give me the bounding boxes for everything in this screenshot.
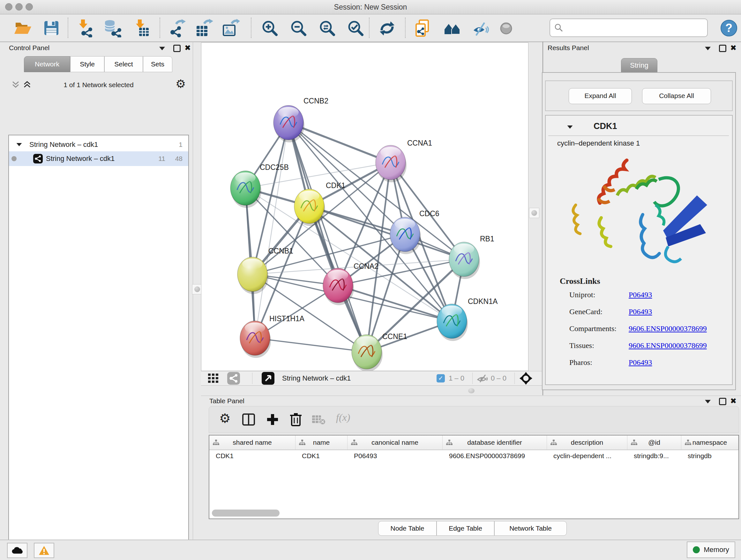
tab-node-table[interactable]: Node Table <box>378 521 436 536</box>
warnings-button[interactable] <box>34 543 54 558</box>
search-input[interactable] <box>565 23 707 32</box>
collapse-all-button[interactable]: Collapse All <box>642 88 711 104</box>
node-CCNA1[interactable]: CCNA1 <box>376 139 432 182</box>
table-cell[interactable]: cyclin-dependent ... <box>547 449 627 462</box>
export-table-icon[interactable] <box>195 19 213 37</box>
tab-string[interactable]: String <box>621 58 657 73</box>
memory-button[interactable]: Memory <box>687 542 735 558</box>
delete-column-icon[interactable] <box>289 412 302 427</box>
close-panel-icon[interactable]: ✖ <box>730 397 737 405</box>
show-columns-icon[interactable] <box>242 414 255 426</box>
export-network-icon[interactable] <box>168 19 186 37</box>
column-header-database-identifier[interactable]: database identifier <box>443 435 547 449</box>
import-network-from-file-icon[interactable] <box>77 19 95 37</box>
help-icon[interactable]: ? <box>720 19 738 38</box>
table-cell[interactable]: P06493 <box>347 449 443 462</box>
grid-view-icon[interactable] <box>208 374 219 383</box>
network-row-selected[interactable]: String Network – cdk1 11 48 <box>9 151 188 166</box>
show-all-icon[interactable] <box>497 19 516 37</box>
collection-expander-icon[interactable] <box>17 143 22 146</box>
first-neighbors-icon[interactable] <box>443 19 461 37</box>
maximize-panel-icon[interactable] <box>719 398 726 405</box>
node-CCNB1[interactable]: CCNB1 <box>238 247 293 294</box>
close-panel-icon[interactable]: ✖ <box>185 44 191 52</box>
maximize-panel-icon[interactable] <box>719 45 726 52</box>
save-session-icon[interactable] <box>42 19 61 37</box>
column-type-icon <box>446 439 453 446</box>
node-label-CDC6: CDC6 <box>419 209 440 218</box>
hide-selected-icon[interactable] <box>470 19 489 37</box>
export-image-icon[interactable] <box>221 19 240 37</box>
separator <box>252 373 253 384</box>
right-splitter-handle[interactable] <box>529 208 539 218</box>
crosslink-link[interactable]: 9606.ENSP00000378699 <box>629 324 707 333</box>
network-edge-count: 48 <box>175 155 183 163</box>
zoom-in-icon[interactable] <box>260 19 279 37</box>
node-CCNE1[interactable]: CCNE1 <box>352 332 407 371</box>
column-header-name[interactable]: name <box>295 435 347 449</box>
network-options-gear-icon[interactable]: ⚙ <box>176 77 186 90</box>
column-type-icon <box>550 439 557 446</box>
create-column-icon[interactable] <box>266 413 279 426</box>
search-bar[interactable] <box>549 18 708 37</box>
search-icon <box>554 23 563 33</box>
crosslink-link[interactable]: 9606.ENSP00000378699 <box>629 341 707 350</box>
close-panel-icon[interactable]: ✖ <box>730 44 737 52</box>
cloud-button[interactable] <box>7 543 27 558</box>
horizontal-scrollbar[interactable] <box>212 509 280 516</box>
node-RB1[interactable]: RB1 <box>449 235 494 279</box>
selected-checkbox-icon[interactable]: ✓ <box>436 374 445 382</box>
column-header-canonical-name[interactable]: canonical name <box>347 435 443 449</box>
table-cell[interactable]: 9606.ENSP00000378699 <box>443 449 547 462</box>
expand-all-button[interactable]: Expand All <box>569 88 632 104</box>
crosslink-row: Pharos:P06493 <box>569 358 726 367</box>
crosslinks-list: Uniprot:P06493GeneCard:P06493Compartment… <box>569 291 726 375</box>
float-panel-icon[interactable] <box>705 400 711 403</box>
birdseye-view-icon[interactable] <box>262 372 274 385</box>
table-row[interactable]: CDK1CDK1P064939606.ENSP00000378699cyclin… <box>209 449 738 462</box>
table-cell[interactable]: CDK1 <box>209 449 295 462</box>
clone-network-icon[interactable] <box>414 19 433 37</box>
column-header-namespace[interactable]: namespace <box>681 435 738 449</box>
zoom-selected-icon[interactable] <box>346 19 365 37</box>
selected-counts: 1 – 0 <box>449 374 464 382</box>
node-table[interactable]: shared namenamecanonical namedatabase id… <box>209 435 739 519</box>
crosslink-link[interactable]: P06493 <box>629 291 652 299</box>
apply-layout-icon[interactable] <box>378 19 396 37</box>
table-cell[interactable]: stringdb:9... <box>627 449 681 462</box>
zoom-fit-icon[interactable] <box>318 19 336 37</box>
column-header-description[interactable]: description <box>547 435 627 449</box>
table-cell[interactable]: CDK1 <box>295 449 347 462</box>
pan-mode-icon[interactable] <box>520 372 532 385</box>
crosslink-link[interactable]: P06493 <box>629 358 652 367</box>
float-panel-icon[interactable] <box>705 47 711 51</box>
crosslink-link[interactable]: P06493 <box>629 307 652 316</box>
network-graph[interactable]: CCNB2CCNA1CDC25BCDK1CDC6RB1CCNB1CCNA2CDK… <box>201 43 528 371</box>
tab-network[interactable]: Network <box>24 56 70 72</box>
column-header-shared-name[interactable]: shared name <box>209 435 295 449</box>
tab-style[interactable]: Style <box>70 56 105 72</box>
maximize-panel-icon[interactable] <box>173 45 181 52</box>
crosslink-label: GeneCard: <box>569 307 629 316</box>
tab-sets[interactable]: Sets <box>143 56 172 72</box>
tab-select[interactable]: Select <box>105 56 143 72</box>
horizontal-splitter-handle[interactable] <box>468 388 475 393</box>
import-network-from-database-icon[interactable] <box>104 19 122 37</box>
table-cell[interactable]: stringdb <box>681 449 738 462</box>
hidden-counts: 0 – 0 <box>491 374 507 382</box>
open-session-icon[interactable] <box>13 19 32 37</box>
node-HIST1H1A[interactable]: HIST1H1A <box>240 314 305 358</box>
network-canvas[interactable]: CCNB2CCNA1CDC25BCDK1CDC6RB1CCNB1CCNA2CDK… <box>201 43 529 371</box>
tab-network-table[interactable]: Network Table <box>494 521 567 536</box>
node-CDC25B[interactable]: CDC25B <box>230 163 289 208</box>
table-options-gear-icon[interactable]: ⚙ <box>219 411 231 426</box>
zoom-out-icon[interactable] <box>289 19 308 37</box>
float-panel-icon[interactable] <box>159 47 165 51</box>
import-table-from-file-icon[interactable] <box>132 19 151 37</box>
network-collection-row[interactable]: String Network – cdk1 1 <box>9 137 188 152</box>
network-view-share-icon[interactable] <box>227 372 240 385</box>
node-CDK1[interactable]: CDK1 <box>294 181 345 226</box>
column-header--id[interactable]: @id <box>627 435 681 449</box>
tab-edge-table[interactable]: Edge Table <box>436 521 494 536</box>
card-expander-icon[interactable] <box>567 125 573 129</box>
